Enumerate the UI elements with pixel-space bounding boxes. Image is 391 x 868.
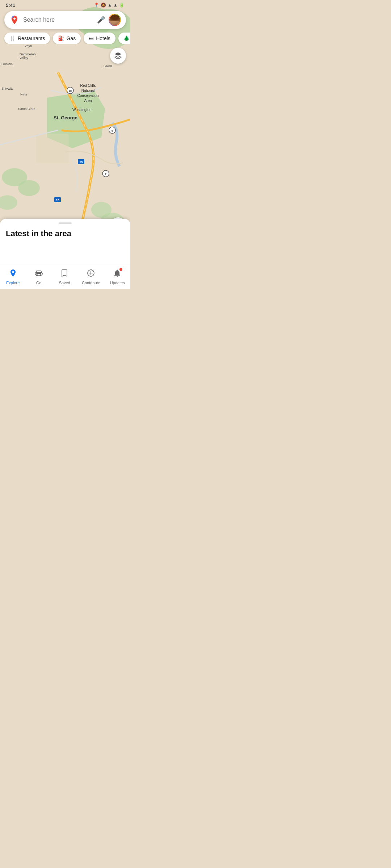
- status-bar: 5:41 📍 🔕 ▲ ▲ 🔋: [0, 0, 130, 10]
- category-pills: 🍴 Restaurants ⛽ Gas 🛏 Hotels 🌲 Parks: [0, 33, 130, 44]
- restaurants-icon: 🍴: [9, 35, 16, 41]
- notification-dot: [119, 268, 122, 271]
- status-time: 5:41: [6, 3, 15, 8]
- nav-saved[interactable]: Saved: [52, 266, 77, 288]
- nav-go[interactable]: Go: [26, 266, 51, 288]
- svg-text:9: 9: [112, 129, 113, 132]
- svg-text:15: 15: [56, 199, 59, 202]
- mic-icon[interactable]: 🎤: [97, 16, 105, 24]
- wifi-icon: ▲: [108, 3, 112, 8]
- contribute-icon: [87, 269, 95, 280]
- svg-point-4: [0, 195, 17, 210]
- search-input[interactable]: Search here: [23, 17, 94, 23]
- layers-button[interactable]: [110, 48, 126, 64]
- mute-icon: 🔕: [101, 3, 106, 8]
- saved-label: Saved: [59, 281, 70, 285]
- svg-point-25: [36, 275, 38, 276]
- sheet-title: Latest in the area: [0, 224, 130, 241]
- google-maps-logo: [9, 15, 20, 25]
- avatar[interactable]: [109, 14, 121, 26]
- parks-icon: 🌲: [123, 35, 130, 41]
- layers-icon: [114, 52, 122, 60]
- gas-icon: ⛽: [58, 35, 64, 41]
- explore-label: Explore: [6, 281, 20, 285]
- svg-text:15: 15: [80, 161, 83, 164]
- bottom-nav: Explore Go Saved Contri: [0, 264, 130, 289]
- go-label: Go: [36, 281, 42, 285]
- status-icons: 📍 🔕 ▲ ▲ 🔋: [94, 3, 125, 8]
- pill-gas[interactable]: ⛽ Gas: [53, 33, 81, 44]
- svg-rect-7: [36, 134, 69, 163]
- nav-contribute[interactable]: Contribute: [77, 266, 105, 288]
- restaurants-label: Restaurants: [18, 35, 45, 41]
- svg-point-26: [39, 275, 41, 276]
- battery-icon: 🔋: [119, 3, 125, 8]
- gas-label: Gas: [66, 35, 76, 41]
- hotels-label: Hotels: [96, 35, 110, 41]
- saved-icon: [60, 269, 69, 280]
- svg-text:18: 18: [69, 90, 72, 92]
- go-icon: [34, 269, 43, 280]
- contribute-label: Contribute: [82, 281, 100, 285]
- pill-hotels[interactable]: 🛏 Hotels: [84, 33, 115, 44]
- svg-point-18: [13, 18, 16, 20]
- pill-parks[interactable]: 🌲 Parks: [118, 33, 130, 44]
- svg-text:7: 7: [105, 173, 106, 175]
- signal-icon: ▲: [113, 3, 118, 8]
- explore-icon: [9, 269, 17, 280]
- nav-updates[interactable]: Updates: [105, 266, 130, 288]
- location-status-icon: 📍: [94, 3, 99, 8]
- updates-label: Updates: [110, 281, 125, 285]
- nav-explore[interactable]: Explore: [0, 266, 26, 288]
- svg-point-3: [18, 180, 40, 196]
- search-bar[interactable]: Search here 🎤: [4, 11, 126, 29]
- updates-icon: [113, 269, 122, 280]
- pill-restaurants[interactable]: 🍴 Restaurants: [4, 33, 50, 44]
- hotels-icon: 🛏: [89, 35, 94, 41]
